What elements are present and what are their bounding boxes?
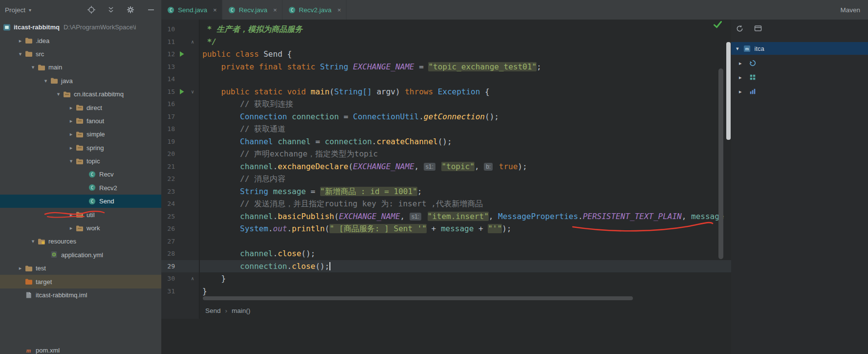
tree-item-simple[interactable]: ▸simple [0,128,161,141]
vertical-scrollbar[interactable] [718,68,723,259]
code-line-16[interactable]: // 获取到连接 [200,98,731,111]
code-line-12[interactable]: public class Send { [200,48,731,61]
run-icon[interactable] [179,89,184,94]
gutter-line-17: 17 [161,111,199,123]
chevron-right-icon[interactable]: ▸ [739,60,742,66]
code-line-25[interactable]: channel.basicPublish(EXCHANGE_NAME, s1: … [200,210,731,223]
code-line-20[interactable]: // 声明exchange，指定类型为topic [200,148,731,160]
gutter-line-15: 15∨ [161,86,199,98]
inspections-ok-checkmark-icon[interactable] [714,21,722,29]
code-line-23[interactable]: String message = "新增商品 : id = 1001"; [200,185,731,198]
tree-item-test[interactable]: ▸test [0,262,161,275]
chevron-down-icon[interactable]: ▾ [66,158,76,164]
tree-item-label: util [87,211,95,219]
code-line-18[interactable]: // 获取通道 [200,123,731,135]
tree-item-pom.xml[interactable]: mpom.xml [0,344,161,354]
horizontal-scrollbar[interactable] [203,296,633,300]
maven-node-2[interactable]: ▸ [731,71,868,84]
code-line-21[interactable]: channel.exchangeDeclare(EXCHANGE_NAME, s… [200,160,731,173]
close-icon[interactable]: × [273,6,277,14]
fold-icon[interactable]: ∧ [191,36,194,48]
close-icon[interactable]: × [213,6,217,14]
tree-item-.idea[interactable]: ▸.idea [0,34,161,47]
tree-item-util[interactable]: ▸util [0,208,161,221]
tree-item-recv2[interactable]: CRecv2 [0,181,161,195]
breadcrumb-class[interactable]: Send [205,307,221,314]
svg-text:m: m [745,46,749,51]
tree-item-spring[interactable]: ▸spring [0,141,161,155]
code-line-17[interactable]: Connection connection = ConnectionUtil.g… [200,111,731,123]
maven-node-1[interactable]: ▸ [731,57,868,69]
chevron-right-icon[interactable]: ▸ [66,145,76,151]
chevron-right-icon[interactable]: ▸ [66,105,76,111]
tree-item-topic[interactable]: ▾topic [0,155,161,168]
fold-icon[interactable]: ∨ [191,86,194,98]
tab-recv2.java[interactable]: CRecv2.java× [282,0,347,20]
tab-send.java[interactable]: CSend.java× [161,0,222,20]
maven-root-node[interactable]: ▾ m itca [731,42,868,55]
maven-tool-window-button[interactable]: Maven [840,0,860,20]
locate-file-icon[interactable] [87,5,96,14]
chevron-down-icon[interactable]: ▾ [736,45,739,52]
editor-code[interactable]: * 生产者，模拟为商品服务 */public class Send { priv… [200,20,731,319]
tree-item-fanout[interactable]: ▸fanout [0,114,161,128]
chevron-right-icon[interactable]: ▸ [66,225,76,231]
chevron-down-icon[interactable]: ▾ [28,238,38,244]
run-icon[interactable] [179,51,184,57]
minimize-icon[interactable] [147,5,155,14]
code-line-11[interactable]: */ [200,36,731,48]
code-line-26[interactable]: System.out.println(" [商品服务: ] Sent '" + … [200,222,731,235]
tree-item-main[interactable]: ▾main [0,61,161,74]
tree-item-direct[interactable]: ▸direct [0,101,161,114]
tree-item-cn.itcast.rabbitmq[interactable]: ▾cn.itcast.rabbitmq [0,88,161,101]
tree-item-target[interactable]: target [0,275,161,288]
panel-settings-icon[interactable] [754,24,762,33]
panel-splitter[interactable] [726,42,731,140]
code-line-30[interactable]: } [200,272,731,285]
code-line-15[interactable]: public static void main(String[] argv) t… [200,86,731,98]
code-line-14[interactable] [200,73,731,86]
tree-item-application.yml[interactable]: application.yml [0,248,161,262]
chevron-right-icon[interactable]: ▸ [66,212,76,218]
tree-item-itcast-rabbitmq.iml[interactable]: itcast-rabbitmq.iml [0,288,161,302]
tree-item-work[interactable]: ▸work [0,221,161,235]
gutter-line-22: 22 [161,173,199,185]
gear-icon[interactable] [126,5,135,14]
tree-item-resources[interactable]: ▾resources [0,235,161,248]
collapse-all-icon[interactable] [107,5,115,14]
code-line-28[interactable]: channel.close(); [200,247,731,260]
tree-item-src[interactable]: ▾src [0,47,161,61]
tree-item-itcast-rabbitmq[interactable]: itcast-rabbitmqD:\AProgramWorkSpace\i [0,21,161,34]
code-line-10[interactable]: * 生产者，模拟为商品服务 [200,23,731,36]
chevron-right-icon[interactable]: ▸ [16,265,25,271]
tree-item-recv[interactable]: CRecv [0,168,161,181]
chevron-down-icon[interactable]: ▾ [16,51,25,57]
chevron-down-icon[interactable]: ▾ [41,78,50,84]
chevron-right-icon[interactable]: ▸ [739,74,742,81]
refresh-icon[interactable] [735,24,744,33]
code-line-27[interactable] [200,235,731,248]
svg-text:C: C [231,7,233,12]
breadcrumb-method[interactable]: main() [232,307,250,314]
chevron-right-icon[interactable]: ▸ [739,88,742,95]
chevron-right-icon[interactable]: ▸ [16,38,25,44]
tab-recv.java[interactable]: CRecv.java× [222,0,282,20]
code-line-19[interactable]: Channel channel = connection.createChann… [200,135,731,148]
chevron-right-icon[interactable]: ▸ [66,118,76,124]
maven-node-3[interactable]: ▸ [731,85,868,98]
chevron-down-icon[interactable]: ▾ [54,91,63,97]
caret [329,262,330,270]
code-line-22[interactable]: // 消息内容 [200,173,731,185]
tree-item-send[interactable]: CSend [0,195,161,208]
code-line-31[interactable]: } [200,285,731,298]
code-line-29[interactable]: connection.close(); [200,260,731,273]
chevron-right-icon[interactable]: ▸ [66,131,76,137]
close-icon[interactable]: × [337,6,341,14]
fold-icon[interactable]: ∧ [191,272,194,285]
project-tool-window-selector[interactable]: Project ▾ [5,0,31,20]
chevron-down-icon[interactable]: ▾ [28,64,38,70]
tree-item-java[interactable]: ▾java [0,74,161,88]
code-line-13[interactable]: private final static String EXCHANGE_NAM… [200,61,731,73]
gutter-line-20: 20 [161,148,199,160]
code-line-24[interactable]: // 发送消息，并且指定routing key 为: insert ,代表新增商… [200,198,731,210]
